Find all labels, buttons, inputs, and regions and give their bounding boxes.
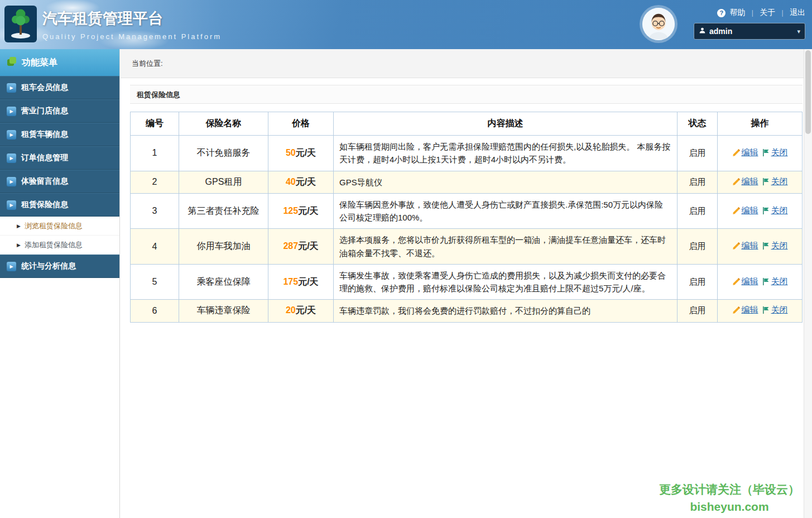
col-header-status: 状态: [678, 112, 718, 136]
pencil-icon: [732, 178, 741, 186]
sidebar-item-vehicles[interactable]: ▶ 租赁车辆信息: [0, 123, 119, 146]
about-link[interactable]: 关于: [760, 8, 775, 18]
status-badge: 启用: [678, 136, 718, 171]
page-title: 汽车租赁管理平台: [42, 8, 222, 28]
sidebar: 功能菜单 ▶ 租车会员信息 ▶ 营业门店信息 ▶ 租赁车辆信息 ▶ 订单信息管理…: [0, 49, 120, 518]
pencil-icon: [732, 306, 741, 314]
table-row: 5 乘客座位保障 175元/天 车辆发生事故，致使乘客遭受人身伤亡造成的费用损失…: [131, 264, 803, 300]
edit-link[interactable]: 编辑: [732, 276, 758, 287]
price-value: 125: [283, 206, 298, 215]
panel-title: 租赁保险信息: [130, 85, 803, 104]
flag-icon: [762, 306, 770, 314]
triangle-icon: ▶: [17, 242, 21, 248]
table-row: 6 车辆违章保险 20元/天 车辆违章罚款，我们将会免费的进行罚款赔付，不过扣分…: [131, 300, 803, 322]
status-badge: 启用: [678, 264, 718, 300]
close-link[interactable]: 关闭: [762, 176, 788, 187]
scrollbar-thumb[interactable]: [805, 50, 811, 134]
insurance-price: 40元/天: [268, 171, 334, 193]
avatar: [642, 8, 675, 40]
edit-link[interactable]: 编辑: [732, 205, 758, 216]
edit-link[interactable]: 编辑: [732, 305, 758, 315]
header-right: ? 帮助 ｜ 关于 ｜ 退出 admin ▾: [694, 8, 805, 40]
sidebar-item-label: 租车会员信息: [21, 83, 68, 93]
arrow-icon: ▶: [7, 130, 16, 140]
help-icon: ?: [717, 9, 725, 17]
close-link[interactable]: 关闭: [762, 147, 788, 158]
edit-link[interactable]: 编辑: [732, 241, 758, 251]
sidebar-subitem-label: 添加租赁保险信息: [25, 240, 83, 250]
insurance-price: 125元/天: [268, 193, 334, 229]
insurance-price: 175元/天: [268, 264, 334, 300]
col-header-operation: 操作: [718, 112, 803, 136]
row-id: 6: [131, 300, 179, 322]
status-badge: 启用: [678, 171, 718, 193]
sidebar-item-orders[interactable]: ▶ 订单信息管理: [0, 146, 119, 170]
triangle-icon: ▶: [17, 223, 21, 229]
pencil-icon: [732, 207, 741, 215]
row-operations: 编辑关闭: [718, 136, 803, 171]
arrow-icon: ▶: [7, 107, 16, 116]
sidebar-menu-header: 功能菜单: [0, 49, 119, 76]
insurance-description: GPS导航仪: [334, 171, 678, 193]
price-value: 20: [286, 305, 296, 315]
page: 汽车租赁管理平台 Quality Project Management Plat…: [0, 0, 812, 518]
table-header-row: 编号 保险名称 价格 内容描述 状态 操作: [131, 112, 803, 136]
flag-icon: [762, 207, 770, 215]
breadcrumb-label: 当前位置:: [132, 59, 163, 69]
close-link[interactable]: 关闭: [762, 276, 788, 287]
price-unit: 元/天: [298, 277, 318, 286]
table-row: 4 你用车我加油 287元/天 选择本项服务，您将以市价九折获得所租车型的一箱油…: [131, 229, 803, 265]
insurance-name: 你用车我加油: [179, 229, 268, 265]
price-unit: 元/天: [298, 206, 318, 215]
price-value: 287: [283, 241, 298, 251]
row-id: 4: [131, 229, 179, 265]
sidebar-item-stores[interactable]: ▶ 营业门店信息: [0, 99, 119, 123]
insurance-price: 287元/天: [268, 229, 334, 265]
insurance-description: 车辆发生事故，致使乘客遭受人身伤亡造成的费用损失，以及为减少损失而支付的必要合理…: [334, 264, 678, 300]
sidebar-subitem-browse-insurance[interactable]: ▶ 浏览租赁保险信息: [0, 217, 119, 236]
insurance-name: 乘客座位保障: [179, 264, 268, 300]
insurance-price: 20元/天: [268, 300, 334, 322]
col-header-id: 编号: [131, 112, 179, 136]
col-header-name: 保险名称: [179, 112, 268, 136]
menu-cube-icon: [7, 56, 17, 69]
sidebar-item-label: 订单信息管理: [21, 153, 68, 163]
sidebar-item-members[interactable]: ▶ 租车会员信息: [0, 76, 119, 99]
insurance-price: 50元/天: [268, 136, 334, 171]
insurance-description: 保险车辆因意外事故，致使他人遭受人身伤亡或财产直接损失.承保范围:50万元以内保…: [334, 193, 678, 229]
sidebar-item-insurance[interactable]: ▶ 租赁保险信息: [0, 193, 119, 217]
flag-icon: [762, 277, 770, 286]
app-titles: 汽车租赁管理平台 Quality Project Management Plat…: [42, 8, 222, 41]
arrow-icon: ▶: [7, 200, 16, 210]
divider: ｜: [779, 8, 786, 18]
row-operations: 编辑关闭: [718, 229, 803, 265]
edit-link[interactable]: 编辑: [732, 147, 758, 158]
insurance-description: 车辆违章罚款，我们将会免费的进行罚款赔付，不过扣分的算自己的: [334, 300, 678, 322]
logout-link[interactable]: 退出: [790, 8, 805, 18]
insurance-name: 第三者责任补充险: [179, 193, 268, 229]
app-logo: [4, 6, 37, 42]
edit-link[interactable]: 编辑: [732, 176, 758, 187]
breadcrumb: 当前位置:: [121, 49, 804, 78]
pencil-icon: [732, 148, 741, 157]
tree-logo-icon: [8, 7, 33, 41]
help-link[interactable]: 帮助: [729, 8, 745, 18]
main-content: 当前位置: 租赁保险信息 编号 保险名称 价格 内容描述 状态 操作: [121, 49, 804, 518]
row-id: 3: [131, 193, 179, 229]
row-operations: 编辑关闭: [718, 171, 803, 193]
insurance-name: 不计免赔服务: [179, 136, 268, 171]
insurance-table: 编号 保险名称 价格 内容描述 状态 操作 1 不计免赔服务 50元/天 如车辆…: [130, 112, 803, 323]
flag-icon: [762, 242, 770, 250]
sidebar-item-statistics[interactable]: ▶ 统计与分析信息: [0, 255, 119, 278]
sidebar-subitem-add-insurance[interactable]: ▶ 添加租赁保险信息: [0, 236, 119, 255]
arrow-icon: ▶: [7, 154, 16, 163]
chevron-down-icon: ▾: [797, 28, 800, 35]
sidebar-item-messages[interactable]: ▶ 体验留言信息: [0, 170, 119, 193]
close-link[interactable]: 关闭: [762, 205, 788, 216]
close-link[interactable]: 关闭: [762, 305, 788, 315]
close-link[interactable]: 关闭: [762, 241, 788, 251]
price-unit: 元/天: [298, 241, 318, 251]
user-dropdown[interactable]: admin ▾: [694, 23, 805, 40]
content-area: 租赁保险信息 编号 保险名称 价格 内容描述 状态 操作: [121, 78, 804, 323]
insurance-description: 如车辆租赁期间出险，客户无需承担保险理赔范围内的任何损失,以及轮胎损失。 本服务…: [334, 136, 678, 171]
